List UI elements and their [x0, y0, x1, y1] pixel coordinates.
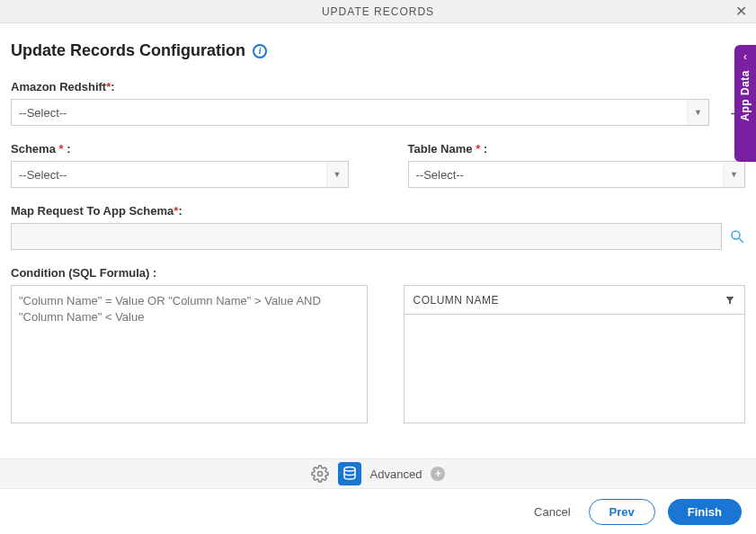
side-tab-label: App Data: [739, 70, 752, 121]
column-list-header: COLUMN NAME: [405, 286, 745, 315]
advanced-expand-button[interactable]: +: [431, 467, 445, 481]
chevron-down-icon: ▼: [687, 100, 708, 125]
chevron-down-icon: ▼: [326, 162, 348, 187]
dialog-header: UPDATE RECORDS ✕: [0, 0, 756, 23]
connection-label: Amazon Redshift*:: [11, 80, 745, 93]
connection-select-value: --Select--: [19, 106, 67, 120]
connection-select[interactable]: --Select-- ▼: [11, 99, 709, 126]
chevron-left-icon: ‹: [743, 50, 747, 63]
svg-line-1: [739, 238, 743, 243]
svg-point-0: [732, 231, 740, 239]
advanced-label: Advanced: [370, 467, 422, 481]
table-select-value: --Select--: [416, 168, 464, 182]
close-icon[interactable]: ✕: [735, 3, 747, 21]
svg-point-2: [317, 472, 322, 476]
info-icon[interactable]: i: [253, 44, 267, 58]
chevron-down-icon: ▼: [723, 162, 744, 187]
map-label: Map Request To App Schema*:: [11, 204, 745, 218]
svg-point-3: [344, 467, 355, 472]
table-select[interactable]: --Select-- ▼: [408, 161, 746, 188]
table-label: Table Name * :: [408, 142, 746, 156]
dialog-content: Update Records Configuration i Amazon Re…: [0, 23, 756, 450]
app-data-side-tab[interactable]: ‹ App Data: [734, 45, 756, 162]
map-input[interactable]: [11, 223, 722, 250]
column-list-body: [405, 315, 745, 423]
lookup-icon[interactable]: [729, 228, 745, 245]
schema-label: Schema * :: [11, 142, 349, 156]
dialog-footer: Cancel Prev Finish: [0, 489, 756, 534]
schema-select[interactable]: --Select-- ▼: [11, 161, 349, 188]
database-icon[interactable]: [338, 462, 361, 485]
column-header-text: COLUMN NAME: [414, 294, 500, 307]
dialog-title: UPDATE RECORDS: [322, 5, 434, 18]
filter-icon[interactable]: [725, 295, 735, 306]
condition-textarea[interactable]: [11, 285, 368, 423]
schema-select-value: --Select--: [19, 168, 67, 182]
page-title: Update Records Configuration: [11, 41, 245, 60]
cancel-button[interactable]: Cancel: [529, 504, 575, 520]
column-list: COLUMN NAME: [404, 285, 746, 423]
finish-button[interactable]: Finish: [668, 499, 742, 525]
prev-button[interactable]: Prev: [589, 499, 655, 525]
gear-icon[interactable]: [311, 465, 329, 483]
bottom-toolbar: Advanced +: [0, 458, 756, 489]
condition-label: Condition (SQL Formula) :: [11, 266, 745, 280]
